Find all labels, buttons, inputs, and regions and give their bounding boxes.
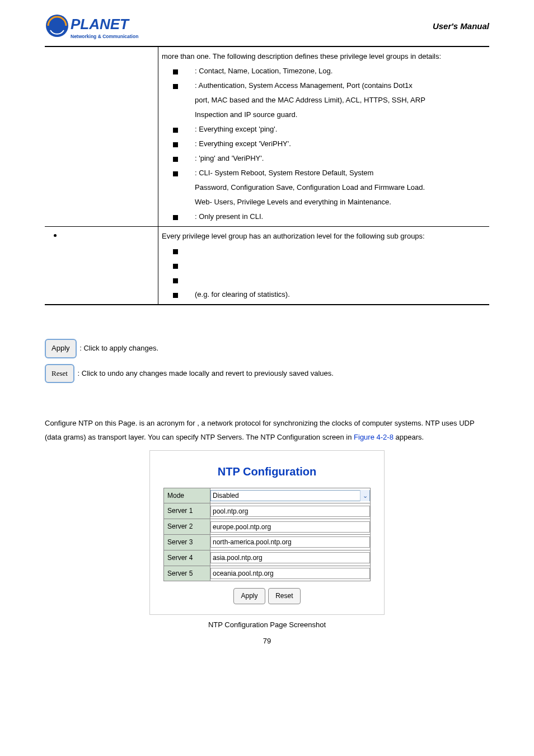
panel-apply-button[interactable]: Apply (233, 588, 265, 604)
server4-label: Server 4 (164, 550, 210, 566)
mode-value: Disabled (213, 489, 239, 502)
ntp-text-a: Configure NTP on this Page. (45, 419, 139, 427)
svg-text:Networking & Communication: Networking & Communication (71, 34, 138, 39)
subgroup-4: (e.g. for clearing of statistics). (195, 287, 486, 302)
server5-label: Server 5 (164, 566, 210, 581)
chevron-down-icon: ⌄ (360, 490, 369, 502)
group-ip: : Everything except 'ping'. (195, 122, 486, 137)
server1-input[interactable]: pool.ntp.org (210, 506, 370, 517)
server1-label: Server 1 (164, 503, 210, 519)
server3-label: Server 3 (164, 534, 210, 550)
square-bullet-icon (173, 293, 178, 298)
ntp-section: Configure NTP on this Page. is an acrony… (45, 417, 489, 648)
square-bullet-icon (173, 171, 178, 176)
group-maint-sub2: Web- Users, Privilege Levels and everyth… (195, 195, 486, 209)
ntp-config-panel: NTP Configuration Mode Disabled ⌄ Server… (149, 450, 385, 615)
mode-select[interactable]: Disabled ⌄ (210, 490, 370, 501)
row2-intro: Every privilege level group has an autho… (162, 229, 486, 244)
square-bullet-icon (173, 264, 178, 269)
subgroup-2 (195, 258, 486, 273)
group-system: : Contact, Name, Location, Timezone, Log… (195, 64, 486, 78)
square-bullet-icon (173, 84, 178, 89)
ntp-panel-title: NTP Configuration (163, 461, 371, 482)
group-debug: : Only present in CLI. (195, 209, 486, 224)
server2-input[interactable]: europe.pool.ntp.org (210, 521, 370, 533)
apply-button-image: Apply (45, 339, 77, 358)
reset-desc: : Click to undo any changes made locally… (78, 368, 334, 377)
logo: PLANET Networking & Communication (45, 11, 151, 44)
group-security: : Authentication, System Access Manageme… (195, 78, 486, 93)
square-bullet-icon (173, 157, 178, 162)
group-security-sub2: Inspection and IP source guard. (195, 108, 486, 122)
server5-input[interactable]: oceania.pool.ntp.org (210, 568, 370, 579)
square-bullet-icon (173, 128, 178, 133)
ntp-text-b: is an acronym for (139, 419, 197, 427)
page-number: 79 (45, 634, 489, 648)
square-bullet-icon (173, 69, 178, 74)
table-row: Server 4 asia.pool.ntp.org (164, 550, 371, 566)
reset-button-image: Reset (45, 364, 74, 384)
group-maint: : CLI- System Reboot, System Restore Def… (195, 166, 486, 180)
square-bullet-icon (173, 249, 178, 254)
table-row: Server 2 europe.pool.ntp.org (164, 519, 371, 535)
table-row: Server 3 north-america.pool.ntp.org (164, 534, 371, 550)
ntp-text-d: appears. (395, 433, 424, 441)
header-title: User's Manual (433, 11, 489, 31)
row1-intro: more than one. The following description… (162, 49, 486, 64)
mode-label: Mode (164, 488, 210, 503)
ntp-paragraph: Configure NTP on this Page. is an acrony… (45, 417, 489, 444)
server4-input[interactable]: asia.pool.ntp.org (210, 552, 370, 563)
group-security-sub1: port, MAC based and the MAC Address Limi… (195, 93, 486, 108)
table-row: Server 1 pool.ntp.org (164, 503, 371, 519)
privilege-table: more than one. The following description… (45, 47, 489, 305)
square-bullet-icon (173, 215, 178, 220)
subgroup-1 (195, 244, 486, 258)
subgroup-3 (195, 273, 486, 287)
server2-label: Server 2 (164, 519, 210, 535)
group-maint-sub1: Password, Configuration Save, Configurat… (195, 180, 486, 195)
group-diag: : 'ping' and 'VeriPHY'. (195, 151, 486, 166)
figure-caption: NTP Configuration Page Screenshot (45, 618, 489, 632)
ntp-config-table: Mode Disabled ⌄ Server 1 pool.ntp.org Se… (163, 488, 371, 582)
table-row: Mode Disabled ⌄ (164, 488, 371, 503)
dot-bullet-icon (54, 234, 57, 237)
square-bullet-icon (173, 142, 178, 147)
table-row: Server 5 oceania.pool.ntp.org (164, 566, 371, 581)
buttons-section: Apply : Click to apply changes. Reset : … (45, 339, 489, 383)
panel-reset-button[interactable]: Reset (268, 588, 300, 604)
svg-text:PLANET: PLANET (71, 16, 130, 32)
group-port: : Everything except 'VeriPHY'. (195, 137, 486, 151)
server3-input[interactable]: north-america.pool.ntp.org (210, 536, 370, 548)
apply-desc: : Click to apply changes. (79, 344, 158, 352)
page-header: PLANET Networking & Communication User's… (45, 11, 489, 47)
figure-link[interactable]: Figure 4-2-8 (354, 433, 394, 441)
square-bullet-icon (173, 278, 178, 283)
